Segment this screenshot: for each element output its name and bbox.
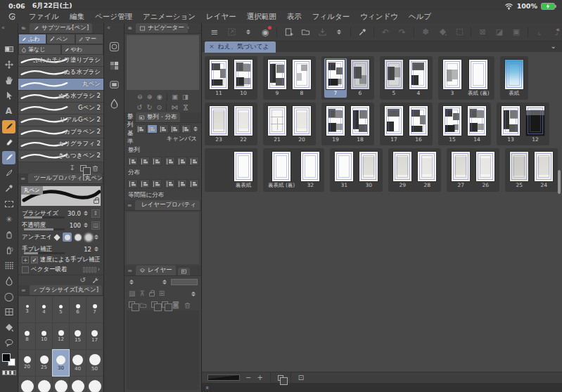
brush-tool-icon[interactable] xyxy=(2,166,15,180)
page-thumbnail[interactable] xyxy=(351,106,369,136)
dist-top-button[interactable] xyxy=(165,179,175,188)
page-cell-12[interactable]: 12 xyxy=(524,105,547,144)
dist-left-button[interactable] xyxy=(127,179,138,188)
text-tool-icon[interactable]: A xyxy=(2,105,15,118)
zoom-out-icon[interactable]: − xyxy=(245,374,251,381)
blend-tool-icon[interactable] xyxy=(2,275,15,288)
tone-tool-icon[interactable]: ⣿⣿ xyxy=(2,259,15,273)
zoom-out-button[interactable]: ⊖ xyxy=(137,93,143,100)
page-thumbnail[interactable] xyxy=(476,152,494,181)
basis-selection-button[interactable] xyxy=(136,124,146,133)
page-thumbnail[interactable] xyxy=(326,106,345,136)
wand-tool-icon[interactable]: ✳ xyxy=(2,213,15,226)
align-hcenter-button[interactable] xyxy=(139,157,150,166)
palette-menu-icon[interactable]: ≡ xyxy=(20,287,27,294)
merge-layer-button-icon[interactable] xyxy=(162,301,168,309)
brush-size-panel-tab[interactable]: ブラシサイズ[丸ペン] xyxy=(30,285,102,295)
page-cell-4[interactable]: 4 xyxy=(407,58,430,98)
decoration-tool-icon[interactable] xyxy=(2,228,15,242)
brush-size-source-button[interactable]: ↕ xyxy=(91,209,100,218)
operation-tool-icon[interactable] xyxy=(2,89,15,103)
brush-size-8[interactable]: 8 xyxy=(19,323,35,349)
subtool-panel-tab[interactable]: サブツール[ペン] xyxy=(30,23,92,33)
blend-mode-stepper[interactable] xyxy=(129,280,134,285)
subtool-tab-マー[interactable]: マー xyxy=(75,34,103,44)
layer-property-tab[interactable]: レイヤープロパティ xyxy=(135,200,200,210)
transform-spinner[interactable] xyxy=(241,25,255,39)
brush-size-4[interactable]: 4 xyxy=(36,296,52,322)
rotate-reset-button[interactable]: ⊙ xyxy=(156,104,162,111)
fill-tool-icon[interactable] xyxy=(2,321,15,334)
align-panel-tab[interactable]: 整列・分布 xyxy=(136,112,180,122)
page-thumbnail[interactable] xyxy=(234,152,253,181)
opacity-source-button[interactable]: ◫ xyxy=(91,221,100,230)
color-switch-strip[interactable] xyxy=(2,370,16,375)
open-clip-studio-button[interactable]: ◉ xyxy=(258,25,272,39)
layer-panel-tab[interactable]: レイヤー xyxy=(136,266,176,275)
antialias-middle-button[interactable] xyxy=(73,233,82,242)
palette-menu-icon[interactable]: ≡ xyxy=(126,267,134,275)
thumbnail-zoom-slider[interactable] xyxy=(207,374,240,381)
brush-item[interactable]: ぬる水ブラシ 2 xyxy=(18,91,103,103)
import-brush-icon[interactable]: ↧ xyxy=(70,164,75,171)
brush-size-17[interactable]: 17 xyxy=(87,323,103,349)
rotate-right-button[interactable]: ↻ xyxy=(147,104,153,111)
page-cell-25[interactable]: 25 xyxy=(508,150,530,190)
figure-tool-icon[interactable]: ◯ xyxy=(2,290,15,303)
menu-item[interactable]: 選択範囲 xyxy=(247,12,276,22)
page-thumbnail[interactable] xyxy=(526,106,544,136)
layer-list[interactable] xyxy=(127,311,199,390)
page-cell-22[interactable]: 22 xyxy=(232,105,255,144)
flip-horizontal-button[interactable]: ⋈ xyxy=(171,104,178,111)
page-cell-30[interactable]: 30 xyxy=(357,150,380,190)
align-top-button[interactable] xyxy=(165,157,175,166)
brush-item[interactable]: Gペン 2 xyxy=(18,103,103,115)
antialias-stepper[interactable] xyxy=(94,235,98,240)
menu-item[interactable]: ヘルプ xyxy=(409,12,431,22)
brush-size-70[interactable]: 70 xyxy=(36,377,52,392)
fit-view-icon[interactable]: ⊡ xyxy=(298,374,304,381)
page-cell-19[interactable]: 19 xyxy=(324,105,347,144)
marquee-tool-icon[interactable] xyxy=(2,197,15,211)
reset-settings-icon[interactable]: ↺ xyxy=(80,277,86,284)
flip-vertical-button[interactable]: ⋈ xyxy=(182,104,189,111)
rotate-left-button[interactable]: ↺ xyxy=(137,104,143,111)
actual-size-button[interactable]: ◨ xyxy=(182,93,189,100)
align-left-button[interactable] xyxy=(127,157,138,166)
page-thumbnail[interactable] xyxy=(409,106,428,136)
page-cell-23[interactable]: 23 xyxy=(207,105,230,144)
lock-transparent-icon[interactable]: ⊞ xyxy=(159,290,165,297)
scrollbar[interactable] xyxy=(558,170,561,194)
color-mix-button-icon[interactable] xyxy=(108,78,120,91)
navigator-preview[interactable] xyxy=(127,35,199,90)
brush-size-20[interactable]: 20 xyxy=(19,350,35,376)
page-cell-24[interactable]: 24 xyxy=(532,150,555,190)
page-thumbnail[interactable] xyxy=(393,152,411,181)
move-tool-icon[interactable] xyxy=(2,58,15,72)
page-cell-9[interactable]: 9 xyxy=(266,58,288,98)
vector-snap-checkbox[interactable]: ✓ xyxy=(22,266,29,273)
balloon-tool-icon[interactable] xyxy=(2,337,15,350)
brush-item[interactable]: ふわカチシワ塗りブラシ xyxy=(18,55,103,67)
page-thumbnail[interactable] xyxy=(505,60,523,89)
page-thumbnail[interactable] xyxy=(335,152,353,181)
layer-opacity-stepper[interactable] xyxy=(162,280,167,285)
page-cell-18[interactable]: 18 xyxy=(349,105,371,144)
expand-icon[interactable]: + xyxy=(22,256,29,263)
brush-size-30[interactable]: 30 xyxy=(53,350,69,376)
menu-item[interactable]: 表示 xyxy=(287,12,302,22)
page-cell-14[interactable]: 14 xyxy=(466,105,488,144)
page-thumbnail[interactable] xyxy=(268,106,286,136)
page-thumbnail[interactable] xyxy=(234,106,253,136)
new-canvas-button[interactable] xyxy=(281,25,295,39)
eyedropper-button[interactable] xyxy=(355,25,369,39)
page-cell-28[interactable]: 28 xyxy=(416,150,438,190)
collapse-handle[interactable]: ‹ xyxy=(77,25,79,31)
page-cell-7[interactable]: 7 xyxy=(324,58,347,98)
speed-stabilize-checkbox[interactable]: ✓ xyxy=(31,256,38,263)
frame-border-tool-icon[interactable] xyxy=(2,306,15,319)
page-thumbnail[interactable] xyxy=(418,152,436,181)
tab-list-chevron-icon[interactable]: ⌄ xyxy=(551,42,556,50)
align-right-button[interactable] xyxy=(151,157,162,166)
menu-item[interactable]: フィルター xyxy=(312,12,350,22)
